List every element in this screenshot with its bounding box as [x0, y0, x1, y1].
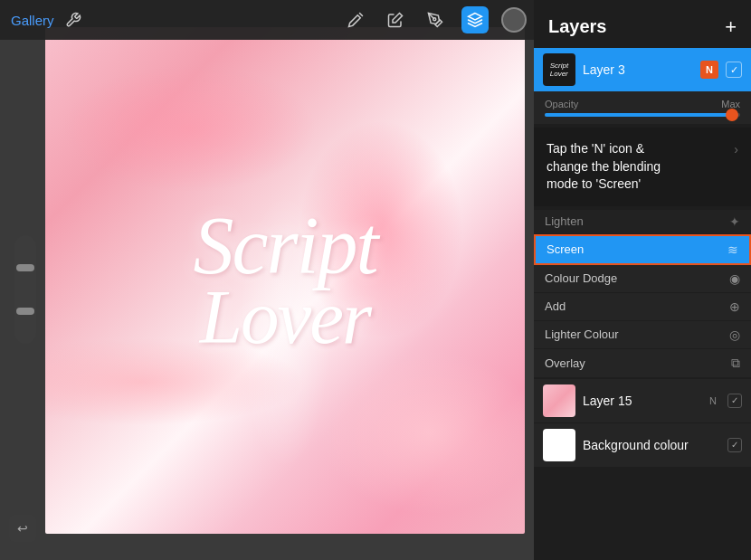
- layer-15-visibility[interactable]: ✓: [727, 394, 742, 408]
- tooltip-box: Tap the 'N' icon &change the blendingmod…: [534, 128, 751, 206]
- layers-panel: Layers + ScriptLover Layer 3 N ✓ Opacity…: [534, 0, 751, 560]
- layer-15-name: Layer 15: [583, 394, 699, 408]
- blend-lighter-colour-icon: ◎: [729, 327, 740, 342]
- layer-3-row[interactable]: ScriptLover Layer 3 N ✓: [534, 48, 751, 91]
- opacity-row: Opacity Max: [534, 91, 751, 124]
- background-name: Background colour: [583, 438, 720, 452]
- pencil-icon[interactable]: [342, 6, 369, 33]
- blend-colour-dodge-icon: ◉: [729, 271, 740, 286]
- background-row[interactable]: Background colour ✓: [534, 422, 751, 467]
- lighten-row[interactable]: Lighten ✦: [534, 210, 751, 234]
- tooltip-arrow-icon: ›: [734, 142, 738, 157]
- brush-size-slider[interactable]: [14, 235, 36, 344]
- script-word2: Lover: [194, 282, 377, 352]
- blend-overlay-label: Overlay: [545, 356, 585, 370]
- add-layer-button[interactable]: +: [725, 17, 737, 37]
- script-text: Script Lover: [194, 209, 377, 352]
- blend-mode-screen[interactable]: Screen ≋: [534, 234, 751, 265]
- marker-icon[interactable]: [422, 6, 449, 33]
- layer-15-thumbnail: [543, 384, 575, 417]
- lighten-label: Lighten: [545, 214, 584, 228]
- canvas-area: Script Lover ↩: [0, 0, 534, 560]
- blend-modes-list: Screen ≋ Colour Dodge ◉ Add ⊕ Lighter Co…: [534, 234, 751, 378]
- undo-button[interactable]: ↩: [9, 515, 36, 542]
- wrench-icon[interactable]: [65, 12, 81, 28]
- opacity-label: Opacity: [545, 99, 578, 109]
- tooltip-text: Tap the 'N' icon &change the blendingmod…: [547, 140, 738, 194]
- background-visibility[interactable]: ✓: [727, 438, 742, 452]
- blend-lighter-colour-label: Lighter Colour: [545, 327, 619, 341]
- layer-15-row[interactable]: Layer 15 N ✓: [534, 378, 751, 422]
- opacity-fill: [545, 113, 730, 117]
- blend-overlay-icon: ⧉: [731, 356, 740, 371]
- opacity-knob[interactable]: [726, 109, 738, 121]
- blend-mode-add[interactable]: Add ⊕: [534, 293, 751, 321]
- pen-icon[interactable]: [382, 6, 409, 33]
- opacity-slider[interactable]: [545, 113, 740, 117]
- script-word1: Script: [194, 209, 377, 282]
- layer-3-name: Layer 3: [583, 62, 693, 77]
- canvas-image: Script Lover: [45, 27, 525, 534]
- layer-3-blend-badge[interactable]: N: [700, 61, 718, 79]
- gallery-button[interactable]: Gallery: [11, 13, 54, 28]
- opacity-labels: Opacity Max: [545, 99, 740, 109]
- layer-15-blend: N: [706, 395, 720, 406]
- svg-point-2: [433, 18, 436, 21]
- layer-3-visibility[interactable]: ✓: [726, 62, 742, 78]
- lighten-icon: ✦: [729, 214, 740, 229]
- blend-screen-label: Screen: [547, 242, 584, 256]
- avatar[interactable]: [501, 7, 527, 33]
- blend-add-label: Add: [545, 299, 566, 313]
- bottom-left-tools: ↩: [9, 515, 36, 542]
- blend-mode-lighter-colour[interactable]: Lighter Colour ◎: [534, 321, 751, 349]
- blend-add-icon: ⊕: [729, 299, 740, 314]
- top-right-icons: [342, 6, 527, 33]
- blend-screen-icon: ≋: [727, 242, 738, 257]
- layers-title: Layers: [548, 16, 607, 37]
- blend-mode-overlay[interactable]: Overlay ⧉: [534, 349, 751, 378]
- svg-line-0: [360, 14, 363, 16]
- layer-3-thumbnail: ScriptLover: [543, 53, 575, 86]
- blend-colour-dodge-label: Colour Dodge: [545, 271, 617, 285]
- blend-mode-colour-dodge[interactable]: Colour Dodge ◉: [534, 265, 751, 293]
- layers-header: Layers +: [534, 0, 751, 48]
- svg-marker-3: [469, 14, 482, 21]
- layers-icon[interactable]: [461, 6, 489, 33]
- background-thumbnail: [543, 429, 575, 461]
